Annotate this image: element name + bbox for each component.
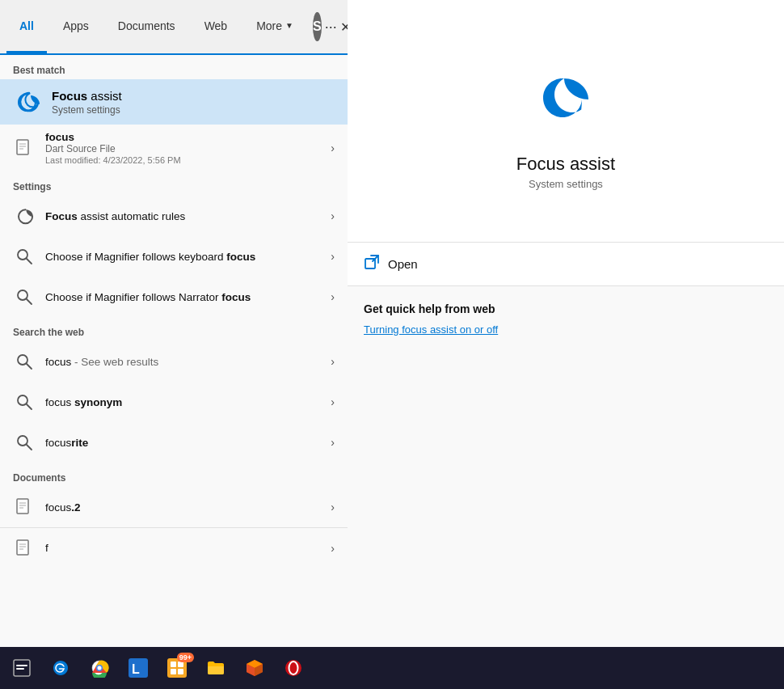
svg-rect-35 bbox=[171, 662, 176, 667]
app-detail-title: Focus assist bbox=[516, 154, 615, 175]
svg-rect-14 bbox=[17, 499, 28, 514]
app-detail-header: Focus assist System settings bbox=[348, 0, 784, 243]
svg-point-6 bbox=[18, 290, 27, 300]
quick-help-item[interactable]: Turning focus assist on or off bbox=[364, 323, 768, 336]
web-focus-text: focus - See web results bbox=[45, 356, 321, 368]
doc-focus2-text: focus.2 bbox=[45, 501, 321, 514]
taskbar-opera[interactable] bbox=[275, 649, 312, 687]
search-icon-1 bbox=[13, 245, 36, 268]
magnifier-keyboard-text: Choose if Magnifier follows keyboard foc… bbox=[45, 251, 321, 263]
focus-file-result[interactable]: focus Dart Source File Last modified: 4/… bbox=[0, 125, 348, 171]
search-icon-3 bbox=[13, 350, 36, 373]
svg-point-8 bbox=[18, 355, 27, 365]
taskbar-office[interactable] bbox=[236, 649, 273, 687]
search-icon-4 bbox=[13, 391, 36, 413]
web-focus-result[interactable]: focus - See web results › bbox=[0, 341, 348, 382]
focus-assist-rules-title: Focus assist automatic rules bbox=[45, 210, 321, 222]
svg-point-10 bbox=[18, 395, 27, 405]
focus-file-subtitle: Dart Source File bbox=[45, 143, 321, 154]
search-icon-5 bbox=[13, 431, 36, 454]
doc-f-arrow: › bbox=[331, 542, 335, 555]
magnifier-narrator-arrow: › bbox=[331, 290, 335, 303]
web-synonym-text: focus synonym bbox=[45, 396, 321, 408]
web-focusrite-text: focusrite bbox=[45, 437, 321, 449]
web-focus-title: focus - See web results bbox=[45, 356, 321, 368]
file-icon bbox=[13, 137, 36, 159]
tab-all[interactable]: All bbox=[6, 0, 47, 53]
focus-assist-rules-icon bbox=[13, 205, 36, 227]
svg-point-31 bbox=[98, 666, 102, 670]
more-options-button[interactable]: ··· bbox=[325, 14, 337, 40]
svg-rect-37 bbox=[171, 669, 176, 674]
svg-rect-0 bbox=[17, 140, 28, 154]
taskbar-search[interactable] bbox=[3, 649, 40, 687]
web-synonym-result[interactable]: focus synonym › bbox=[0, 382, 348, 422]
taskbar-chrome[interactable] bbox=[81, 649, 118, 687]
focus-file-text: focus Dart Source File Last modified: 4/… bbox=[45, 131, 321, 165]
magnifier-narrator-text: Choose if Magnifier follows Narrator foc… bbox=[45, 291, 321, 303]
doc-focus2-result[interactable]: focus.2 › bbox=[0, 487, 348, 527]
doc-f-title: f bbox=[45, 542, 321, 554]
magnifier-keyboard-result[interactable]: Choose if Magnifier follows keyboard foc… bbox=[0, 236, 348, 277]
doc-file-icon-2 bbox=[13, 537, 36, 560]
magnifier-narrator-result[interactable]: Choose if Magnifier follows Narrator foc… bbox=[0, 277, 348, 317]
best-match-item[interactable]: Focus assist System settings bbox=[0, 79, 348, 125]
open-label: Open bbox=[388, 257, 418, 271]
quick-help-section: Get quick help from web Turning focus as… bbox=[348, 286, 784, 352]
svg-line-11 bbox=[27, 404, 32, 409]
taskbar: L 99+ bbox=[0, 647, 784, 689]
top-nav: All Apps Documents Web More ▼ S ··· ✕ bbox=[0, 0, 348, 55]
doc-f-result[interactable]: f › bbox=[0, 527, 348, 568]
focus-assist-rules-result[interactable]: Focus assist automatic rules › bbox=[0, 196, 348, 236]
tab-more[interactable]: More ▼ bbox=[243, 0, 306, 53]
chevron-down-icon: ▼ bbox=[285, 21, 293, 30]
best-match-title: Focus assist bbox=[52, 89, 335, 103]
open-button[interactable]: Open bbox=[348, 243, 784, 286]
focus-assist-rules-text: Focus assist automatic rules bbox=[45, 210, 321, 222]
best-match-text: Focus assist System settings bbox=[52, 89, 335, 116]
doc-f-text: f bbox=[45, 542, 321, 554]
user-avatar[interactable]: S bbox=[313, 12, 322, 41]
taskbar-filemanager[interactable] bbox=[197, 649, 234, 687]
magnifier-keyboard-title: Choose if Magnifier follows keyboard foc… bbox=[45, 251, 321, 263]
doc-file-icon-1 bbox=[13, 496, 36, 518]
taskbar-launcher[interactable]: L bbox=[120, 649, 157, 687]
search-panel: All Apps Documents Web More ▼ S ··· ✕ Be… bbox=[0, 0, 348, 689]
web-focusrite-title: focusrite bbox=[45, 437, 321, 449]
web-section-label: Search the web bbox=[0, 317, 348, 341]
svg-point-12 bbox=[18, 436, 27, 446]
svg-line-7 bbox=[27, 299, 32, 304]
svg-rect-36 bbox=[178, 662, 183, 667]
focus-file-modified: Last modified: 4/23/2022, 5:56 PM bbox=[45, 155, 321, 165]
taskbar-apps-badge[interactable]: 99+ bbox=[158, 649, 196, 687]
svg-rect-18 bbox=[17, 540, 28, 555]
documents-section-label: Documents bbox=[0, 463, 348, 487]
svg-line-5 bbox=[27, 259, 32, 264]
doc-focus2-arrow: › bbox=[331, 501, 335, 514]
magnifier-keyboard-arrow: › bbox=[331, 250, 335, 263]
tab-web[interactable]: Web bbox=[192, 0, 241, 53]
tab-apps[interactable]: Apps bbox=[50, 0, 102, 53]
svg-point-4 bbox=[18, 250, 27, 260]
web-focusrite-arrow: › bbox=[331, 436, 335, 449]
web-synonym-arrow: › bbox=[331, 395, 335, 408]
focus-assist-rules-arrow: › bbox=[331, 209, 335, 222]
best-match-label: Best match bbox=[0, 55, 348, 79]
app-detail-subtitle: System settings bbox=[529, 178, 603, 190]
svg-rect-38 bbox=[178, 669, 183, 674]
web-focusrite-result[interactable]: focusrite › bbox=[0, 422, 348, 463]
tab-documents[interactable]: Documents bbox=[105, 0, 188, 53]
focus-file-title: focus bbox=[45, 131, 321, 143]
open-icon bbox=[364, 254, 380, 274]
svg-line-13 bbox=[27, 445, 32, 450]
svg-line-9 bbox=[27, 364, 32, 369]
results-area: Best match Focus assist System settings bbox=[0, 55, 348, 647]
best-match-subtitle: System settings bbox=[52, 104, 335, 116]
doc-focus2-title: focus.2 bbox=[45, 501, 321, 514]
right-panel: Focus assist System settings Open Get qu… bbox=[348, 0, 784, 689]
app-detail-icon bbox=[525, 60, 606, 141]
taskbar-edge[interactable] bbox=[42, 649, 79, 687]
search-icon-2 bbox=[13, 285, 36, 308]
web-focus-arrow: › bbox=[331, 355, 335, 368]
focus-assist-icon bbox=[13, 87, 42, 116]
